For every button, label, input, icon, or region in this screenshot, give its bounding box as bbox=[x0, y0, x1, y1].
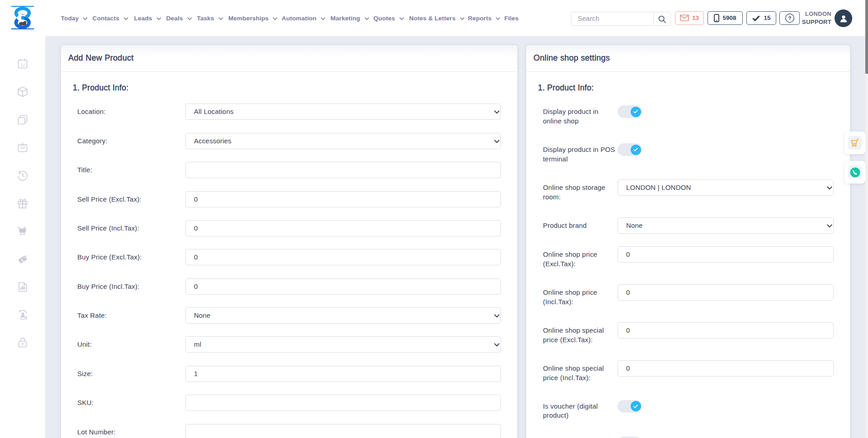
svg-text:12: 12 bbox=[20, 62, 25, 67]
